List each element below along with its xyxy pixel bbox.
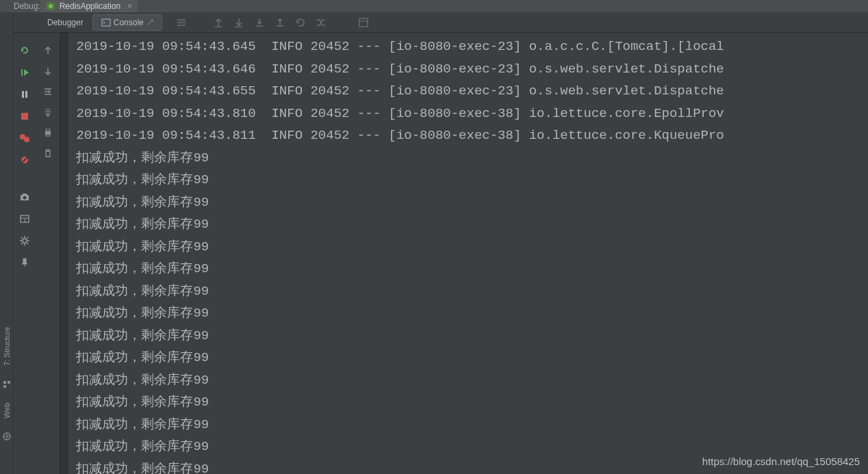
- stop-icon[interactable]: [19, 111, 30, 122]
- view-breakpoints-icon[interactable]: [19, 133, 30, 144]
- web-tool-label[interactable]: Web: [3, 403, 11, 418]
- camera-icon[interactable]: [19, 192, 30, 202]
- svg-point-25: [23, 239, 27, 243]
- download-icon[interactable]: [233, 17, 244, 28]
- layout-settings-icon[interactable]: [19, 213, 30, 224]
- svg-rect-6: [8, 381, 10, 384]
- console-output[interactable]: 2019-10-19 09:54:43.645 INFO 20452 --- […: [68, 36, 868, 474]
- debug-top-bar: Debug: RedisApplication ×: [0, 0, 868, 12]
- upload-icon[interactable]: [275, 17, 285, 28]
- svg-rect-12: [22, 91, 24, 98]
- tab-debugger[interactable]: Debugger: [38, 14, 92, 31]
- svg-point-1: [49, 4, 53, 8]
- debug-sub-tabs: Debugger Console: [38, 12, 162, 32]
- structure-tool-label[interactable]: 7: Structure: [3, 327, 11, 366]
- mute-breakpoints-icon[interactable]: [19, 155, 30, 166]
- svg-rect-28: [46, 134, 50, 136]
- rerun-icon[interactable]: [19, 45, 30, 56]
- arrow-up-icon[interactable]: [42, 45, 53, 56]
- svg-point-16: [24, 137, 29, 142]
- shuffle-icon[interactable]: [316, 17, 327, 28]
- svg-rect-5: [3, 381, 6, 384]
- left-tool-rail: 7: Structure Web: [0, 12, 14, 474]
- pause-icon[interactable]: [19, 89, 30, 100]
- download2-icon[interactable]: [254, 17, 265, 28]
- run-config-name: RedisApplication: [60, 1, 120, 11]
- svg-rect-14: [21, 113, 28, 120]
- pin-icon: [146, 19, 153, 26]
- scroll-end-icon[interactable]: [42, 107, 53, 118]
- tab-console[interactable]: Console: [92, 14, 162, 31]
- wrap-toggle-icon[interactable]: [42, 86, 53, 97]
- console-gutter: [60, 33, 68, 474]
- svg-rect-27: [46, 129, 50, 131]
- soft-wrap-icon[interactable]: [176, 17, 187, 28]
- tab-debugger-label: Debugger: [47, 18, 84, 27]
- debug-action-rail: [14, 33, 36, 474]
- print-icon[interactable]: [42, 127, 53, 138]
- svg-rect-13: [25, 91, 27, 98]
- gear-icon[interactable]: [19, 235, 30, 246]
- svg-rect-7: [3, 385, 6, 388]
- debug-toolbar: Debugger Console: [0, 12, 868, 33]
- watermark-text: https://blog.csdn.net/qq_15058425: [702, 456, 860, 467]
- web-tool-icon[interactable]: [2, 432, 12, 441]
- resume-icon[interactable]: [19, 67, 30, 78]
- svg-rect-20: [23, 194, 27, 196]
- layout-icon[interactable]: [358, 17, 369, 28]
- svg-rect-10: [21, 69, 23, 76]
- reload-icon[interactable]: [295, 17, 306, 28]
- structure-tool-icon[interactable]: [2, 380, 12, 389]
- spring-boot-icon: [46, 1, 55, 11]
- debug-label: Debug:: [14, 1, 40, 11]
- svg-marker-11: [24, 69, 29, 76]
- arrow-down-icon[interactable]: [42, 66, 53, 77]
- svg-point-21: [23, 196, 27, 200]
- close-icon[interactable]: ×: [127, 1, 132, 11]
- svg-rect-2: [102, 19, 110, 26]
- tab-console-label: Console: [114, 18, 144, 27]
- svg-rect-3: [359, 18, 368, 27]
- trash-icon[interactable]: [42, 148, 53, 159]
- console-side-rail: [36, 33, 60, 474]
- export-up-icon[interactable]: [213, 17, 224, 28]
- run-config-tab[interactable]: RedisApplication ×: [40, 0, 138, 12]
- console-icon: [101, 18, 111, 27]
- console-toolbar-icons: [176, 17, 369, 28]
- pin-tool-icon[interactable]: [19, 257, 30, 268]
